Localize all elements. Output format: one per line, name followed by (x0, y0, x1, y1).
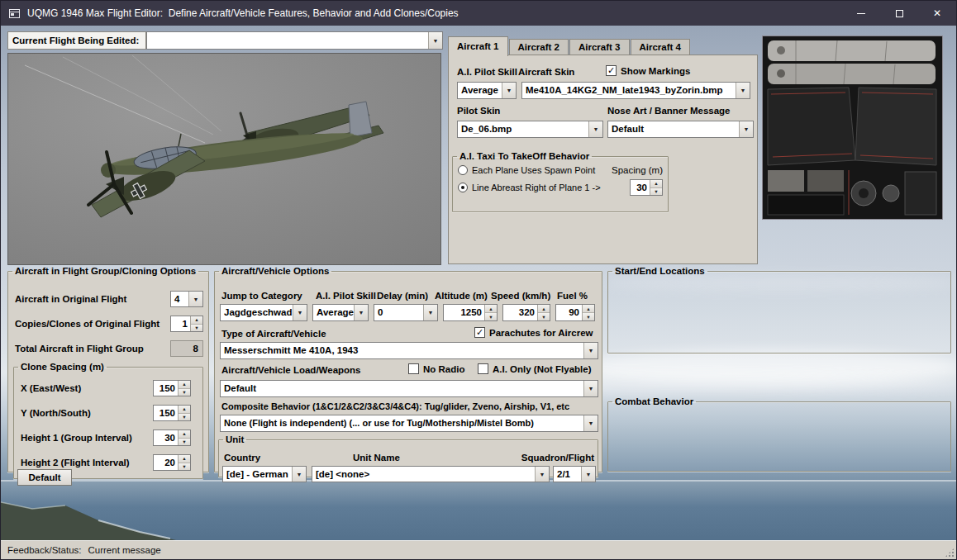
chevron-down-icon[interactable]: ▼ (502, 83, 516, 98)
fuel-spinner[interactable]: 90 ▲▼ (555, 304, 595, 321)
chevron-down-icon[interactable]: ▼ (588, 121, 602, 137)
spin-down-icon[interactable]: ▼ (179, 439, 190, 446)
spin-up-icon[interactable]: ▲ (179, 406, 190, 414)
checkbox-icon[interactable] (478, 363, 488, 374)
checkbox-icon[interactable] (474, 327, 485, 338)
chevron-down-icon[interactable]: ▼ (581, 467, 595, 482)
show-markings-label: Show Markings (621, 66, 690, 76)
tab-aircraft-1[interactable]: Aircraft 1 (448, 36, 508, 56)
total-aircraft-label: Total Aircraft in Flight Group (15, 344, 144, 354)
ai-pilot-skill-select[interactable]: Average ▼ (312, 304, 369, 321)
chevron-down-icon[interactable]: ▼ (583, 415, 598, 431)
current-flight-value (147, 32, 428, 49)
ai-pilot-skill-label: A.I. Pilot Skill (457, 67, 517, 77)
cloning-options-title: Aircraft in Flight Group/Cloning Options (12, 266, 198, 276)
tab-aircraft-2[interactable]: Aircraft 2 (509, 39, 569, 55)
height2-spinner[interactable]: 20 ▲▼ (153, 454, 191, 471)
delay-select[interactable]: 0 ▼ (374, 304, 438, 321)
chevron-down-icon[interactable]: ▼ (739, 121, 753, 137)
spin-up-icon[interactable]: ▲ (538, 305, 550, 313)
parachutes-label: Parachutes for Aircrew (489, 328, 593, 338)
spin-up-icon[interactable]: ▲ (179, 455, 190, 463)
close-button[interactable]: ✕ (918, 1, 956, 26)
chevron-down-icon[interactable]: ▼ (583, 343, 598, 358)
spacing-spinner[interactable]: 30 ▲▼ (630, 179, 663, 196)
start-end-locations-title: Start/End Locations (612, 266, 707, 276)
tab-aircraft-4[interactable]: Aircraft 4 (631, 39, 691, 55)
spin-down-icon[interactable]: ▼ (650, 188, 662, 196)
minimize-button[interactable] (842, 1, 880, 26)
pilot-skin-label: Pilot Skin (457, 106, 500, 116)
spin-down-icon[interactable]: ▼ (485, 313, 497, 320)
speed-spinner[interactable]: 320 ▲▼ (502, 304, 550, 321)
chevron-down-icon[interactable]: ▼ (535, 467, 549, 482)
x-spacing-spinner[interactable]: 150 ▲▼ (153, 380, 191, 396)
spin-up-icon[interactable]: ▲ (583, 305, 594, 313)
close-icon: ✕ (933, 8, 941, 18)
copies-label: Copies/Clones of Original Flight (15, 319, 160, 329)
maximize-button[interactable] (880, 1, 918, 26)
speed-label: Speed (km/h) (491, 291, 550, 301)
chevron-down-icon[interactable]: ▼ (583, 381, 598, 396)
jump-category-select[interactable]: Jagdgeschwad ▼ (220, 304, 307, 321)
chevron-down-icon[interactable]: ▼ (188, 292, 202, 306)
aircraft-skin-select[interactable]: Me410A_14KG2_NM_late1943_byZorin.bmp ▼ (521, 82, 750, 99)
no-radio-checkbox[interactable]: No Radio (408, 363, 464, 374)
chevron-down-icon[interactable]: ▼ (736, 83, 750, 98)
taxi-behavior-group: A.I. Taxi To TakeOff Behavior Each Plane… (452, 151, 669, 212)
nose-art-select[interactable]: Default ▼ (607, 121, 754, 138)
chevron-down-icon[interactable]: ▼ (292, 467, 306, 482)
spin-down-icon[interactable]: ▼ (179, 389, 190, 396)
squadron-label: Squadron/Flight (521, 453, 594, 463)
no-radio-label: No Radio (423, 364, 464, 374)
height1-label: Height 1 (Group Interval) (21, 433, 132, 443)
window-title: UQMG 1946 Max Flight Editor: Define Airc… (27, 7, 459, 19)
squadron-select[interactable]: 2/1 ▼ (553, 466, 596, 482)
spin-up-icon[interactable]: ▲ (179, 381, 190, 389)
line-abreast-label: Line Abreast Right of Plane 1 -> (472, 183, 601, 192)
spin-down-icon[interactable]: ▼ (179, 414, 190, 421)
show-markings-checkbox[interactable]: Show Markings (606, 65, 690, 76)
altitude-spinner[interactable]: 1250 ▲▼ (443, 304, 498, 321)
height1-spinner[interactable]: 30 ▲▼ (153, 429, 191, 446)
resize-grip[interactable] (945, 548, 955, 558)
spin-down-icon[interactable]: ▼ (538, 313, 550, 320)
original-flight-select[interactable]: 4 ▼ (170, 291, 203, 307)
y-spacing-spinner[interactable]: 150 ▲▼ (153, 405, 191, 421)
combat-behavior-group: Combat Behavior (607, 396, 951, 472)
country-select[interactable]: [de] - German ▼ (222, 466, 307, 482)
parachutes-checkbox[interactable]: Parachutes for Aircrew (474, 327, 593, 338)
default-button[interactable]: Default (17, 469, 72, 486)
spin-up-icon[interactable]: ▲ (191, 316, 202, 325)
original-flight-label: Aircraft in Original Flight (15, 294, 126, 304)
spin-down-icon[interactable]: ▼ (179, 463, 190, 471)
chevron-down-icon[interactable]: ▼ (428, 32, 442, 49)
load-weapons-select[interactable]: Default ▼ (220, 380, 598, 397)
spin-up-icon[interactable]: ▲ (650, 180, 662, 188)
chevron-down-icon[interactable]: ▼ (293, 305, 307, 320)
line-abreast-radio[interactable] (458, 183, 468, 192)
spin-down-icon[interactable]: ▼ (583, 313, 594, 320)
chevron-down-icon[interactable]: ▼ (354, 305, 368, 320)
tab-aircraft-3[interactable]: Aircraft 3 (569, 39, 630, 55)
ai-only-checkbox[interactable]: A.I. Only (Not Flyable) (478, 363, 591, 374)
total-aircraft-value: 8 (170, 340, 203, 357)
pilot-skill-select[interactable]: Average ▼ (457, 82, 517, 99)
spin-down-icon[interactable]: ▼ (191, 325, 202, 332)
composite-behavior-select[interactable]: None (Flight is independent) (... or use… (220, 415, 598, 432)
unit-name-label: Unit Name (353, 453, 400, 463)
combat-behavior-title: Combat Behavior (612, 396, 696, 406)
chevron-down-icon[interactable]: ▼ (423, 305, 437, 320)
unit-name-select[interactable]: [de] <none> ▼ (312, 466, 550, 482)
spawn-point-radio[interactable] (458, 165, 468, 175)
checkbox-icon[interactable] (606, 65, 617, 76)
pilot-skin-select[interactable]: De_06.bmp ▼ (457, 121, 603, 138)
minimize-icon (857, 13, 865, 14)
aircraft-type-select[interactable]: Messerschmitt Me 410A, 1943 ▼ (220, 342, 598, 359)
spin-up-icon[interactable]: ▲ (485, 305, 497, 313)
current-flight-select[interactable]: ▼ (146, 31, 443, 50)
copies-spinner[interactable]: 1 ▲▼ (170, 316, 203, 332)
spin-up-icon[interactable]: ▲ (179, 430, 190, 439)
skin-texture-image (763, 36, 942, 219)
checkbox-icon[interactable] (408, 363, 419, 374)
